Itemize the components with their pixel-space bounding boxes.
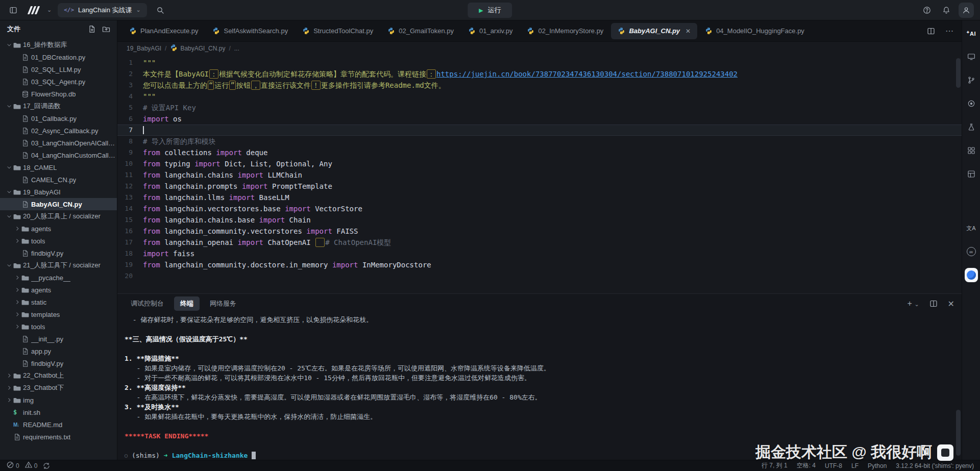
indentation[interactable]: 空格: 4 — [797, 461, 816, 470]
error-count[interactable]: 0 — [6, 461, 19, 470]
code-line[interactable]: 17from langchain_openai import ChatOpenA… — [117, 237, 962, 248]
breadcrumb-folder[interactable]: 19_BabyAGI — [127, 45, 161, 52]
code-line[interactable]: 6import os — [117, 113, 962, 125]
sync-icon[interactable] — [42, 462, 51, 470]
tree-folder[interactable]: __pycache__ — [0, 271, 117, 284]
avatar[interactable] — [959, 3, 974, 18]
tree-folder[interactable]: 23_Chatbot下 — [0, 382, 117, 394]
split-editor-icon[interactable] — [924, 24, 938, 38]
code-line[interactable]: 3您可以点击最上方的“运行”按钮，直接运行该文件！更多操作指引请参考Readme… — [117, 80, 962, 91]
search-icon[interactable] — [153, 3, 167, 17]
test-flask-icon[interactable] — [965, 120, 978, 134]
ai-assistant-icon[interactable]: ✦AI — [965, 27, 978, 40]
terminal-scrollbar[interactable] — [956, 410, 961, 456]
editor-tab[interactable]: 02_GmailToken.py — [381, 23, 460, 39]
breadcrumb-file[interactable]: BabyAGI_CN.py — [170, 44, 225, 53]
editor-tab[interactable]: StructedToolChat.py — [296, 23, 380, 39]
inspect-icon[interactable] — [965, 97, 978, 110]
tree-folder[interactable]: agents — [0, 222, 117, 235]
panel-tab[interactable]: 调试控制台 — [125, 296, 170, 311]
editor-tab-active[interactable]: BabyAGI_CN.py✕ — [611, 23, 697, 39]
split-terminal-icon[interactable] — [926, 296, 941, 311]
code-line[interactable]: 1""" — [117, 57, 962, 68]
tree-item[interactable]: M↓README.md — [0, 418, 117, 431]
warning-count[interactable]: 0 — [24, 461, 38, 470]
tree-item[interactable]: 01_DBCreation.py — [0, 51, 117, 63]
code-line[interactable]: 8# 导入所需的库和模块 — [117, 136, 962, 147]
tree-folder[interactable]: img — [0, 394, 117, 406]
run-button[interactable]: ▶ 运行 — [468, 3, 512, 18]
tree-item[interactable]: 03_SQL_Agent.py — [0, 76, 117, 88]
code-line[interactable]: 9from collections import deque — [117, 147, 962, 158]
code-line[interactable]: 12from langchain.prompts import PromptTe… — [117, 181, 962, 192]
python-interpreter[interactable]: 3.12.2 64-bit ('shims': pyenv) — [896, 462, 974, 469]
close-panel-icon[interactable]: ✕ — [948, 299, 954, 309]
assistant-plugin-icon[interactable] — [965, 268, 978, 282]
tree-item[interactable]: 02_SQL_LLM.py — [0, 63, 117, 76]
code-line-current[interactable]: 7 — [117, 125, 962, 136]
editor-tab[interactable]: 02_InMemoryStore.py — [520, 23, 610, 39]
code-line[interactable]: 20 — [117, 270, 962, 282]
tree-folder[interactable]: templates — [0, 308, 117, 320]
tree-item[interactable]: __init__.py — [0, 333, 117, 345]
code-line[interactable]: 11from langchain.chains import LLMChain — [117, 169, 962, 181]
panel-tab[interactable]: 终端 — [174, 296, 200, 311]
tree-folder[interactable]: 18_CAMEL — [0, 161, 117, 173]
tree-folder[interactable]: tools — [0, 235, 117, 247]
tree-item[interactable]: 02_Async_Callback.py — [0, 125, 117, 137]
tree-folder[interactable]: agents — [0, 284, 117, 296]
code-line[interactable]: 16from langchain_community.vectorstores … — [117, 226, 962, 237]
notifications-bell-icon[interactable] — [939, 3, 953, 17]
help-icon[interactable] — [920, 3, 934, 17]
editor-tab[interactable]: SelfAskwithSearch.py — [206, 23, 295, 39]
tree-item[interactable]: FlowerShop.db — [0, 88, 117, 100]
code-line[interactable]: 5# 设置API Key — [117, 102, 962, 113]
tree-folder[interactable]: 19_BabyAGI — [0, 186, 117, 198]
code-line[interactable]: 13from langchain.llms import BaseLLM — [117, 192, 962, 203]
more-actions-icon[interactable]: ⋯ — [945, 26, 953, 36]
logo-chevron-down-icon[interactable]: ⌄ — [47, 7, 52, 13]
tree-item[interactable]: findbigV.py — [0, 357, 117, 369]
breadcrumb-more[interactable]: ... — [234, 45, 239, 52]
tree-item[interactable]: BabyAGI_CN.py — [0, 198, 117, 210]
tree-item[interactable]: CAMEL_CN.py — [0, 173, 117, 186]
tree-item[interactable]: 01_Callback.py — [0, 112, 117, 125]
code-line[interactable]: 4""" — [117, 91, 962, 102]
code-editor[interactable]: 1"""2本文件是【BabyAGI：根据气候变化自动制定鲜花存储策略】章节的配套… — [117, 55, 962, 293]
tree-folder[interactable]: tools — [0, 320, 117, 333]
new-folder-icon[interactable] — [101, 23, 112, 35]
editor-scrollbar[interactable] — [956, 58, 961, 88]
git-branch-icon[interactable] — [965, 73, 978, 87]
tree-item[interactable]: $init.sh — [0, 406, 117, 418]
tree-item[interactable]: app.py — [0, 345, 117, 357]
editor-tab[interactable]: PlanAndExecute.py — [122, 23, 205, 39]
tree-item[interactable]: findbigV.py — [0, 247, 117, 259]
cursor-position[interactable]: 行 7, 列 1 — [762, 461, 788, 470]
language-mode[interactable]: Python — [868, 462, 887, 469]
extensions-icon[interactable] — [965, 144, 978, 157]
code-line[interactable]: 2本文件是【BabyAGI：根据气候变化自动制定鲜花存储策略】章节的配套代码。课… — [117, 68, 962, 80]
tree-folder[interactable]: 21_人脉工具下 / socializer — [0, 259, 117, 271]
course-link[interactable]: https://juejin.cn/book/73877023474361303… — [436, 70, 738, 78]
tree-folder[interactable]: 20_人脉工具上 / socializer — [0, 210, 117, 222]
code-line[interactable]: 10from typing import Dict, List, Optiona… — [117, 158, 962, 169]
code-line[interactable]: 15from langchain.chains.base import Chai… — [117, 214, 962, 226]
code-line[interactable]: 14from langchain.vectorstores.base impor… — [117, 203, 962, 214]
tree-item[interactable]: requirements.txt — [0, 431, 117, 443]
code-line[interactable]: 19from langchain_community.docstore.in_m… — [117, 259, 962, 270]
code-line[interactable]: 18import faiss — [117, 248, 962, 259]
tree-folder[interactable]: 16_操作数据库 — [0, 39, 117, 51]
terminal-prompt[interactable]: ○ (shims) ➜ LangChain-shizhanke — [125, 451, 946, 460]
tree-folder[interactable]: 17_回调函数 — [0, 100, 117, 112]
tree-folder[interactable]: static — [0, 296, 117, 308]
tree-item[interactable]: 03_LangChainOpenAICallback.... — [0, 137, 117, 149]
new-file-icon[interactable] — [86, 23, 97, 35]
tree-folder[interactable]: 22_Chatbot上 — [0, 369, 117, 382]
panel-tab[interactable]: 网络服务 — [204, 296, 242, 311]
project-switcher[interactable]: </> LangChain 实战课 ⌄ — [58, 3, 147, 17]
encoding[interactable]: UTF-8 — [825, 462, 842, 469]
new-terminal-icon[interactable]: + ⌄ — [908, 299, 919, 308]
eol[interactable]: LF — [851, 462, 859, 469]
app-menu-icon[interactable] — [6, 3, 20, 17]
terminal[interactable]: - 储存鲜花时，要保证花朵有足够的空间，避免相互挤压，以免损伤花朵和花枝。**三… — [117, 313, 962, 460]
